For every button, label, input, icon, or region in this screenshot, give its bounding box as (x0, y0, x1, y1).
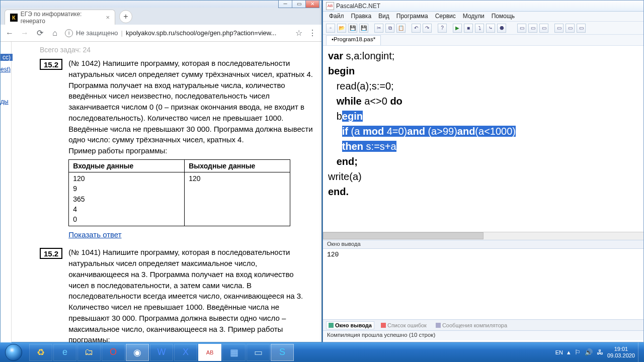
taskbar-ie-icon[interactable]: e (53, 344, 76, 361)
tab-output[interactable]: Окно вывода (326, 321, 374, 329)
tool-panel5-icon[interactable]: ▭ (566, 24, 575, 33)
tool-run-icon[interactable]: ▶ (453, 24, 462, 33)
site-info-icon[interactable]: i (65, 29, 73, 37)
pascal-menubar: Файл Правка Вид Программа Сервис Модули … (323, 12, 643, 22)
menu-view[interactable]: Вид (375, 12, 392, 21)
tray-volume-icon[interactable]: 🔊 (585, 348, 593, 356)
favicon-icon: К (10, 14, 18, 22)
page-sidebar: сс) est) ды (1, 42, 12, 343)
tray-clock[interactable]: 19:0109.03.2020 (607, 346, 635, 359)
menu-file[interactable]: Файл (326, 12, 347, 21)
output-panel: 120 (323, 249, 643, 319)
tool-stop-icon[interactable]: ■ (464, 24, 473, 33)
editor-scrollbar[interactable] (323, 232, 643, 240)
taskbar-chrome-icon[interactable]: ◉ (126, 344, 149, 361)
tab-title: ЕГЭ по информатике: генерато (21, 11, 101, 25)
tab-compiler[interactable]: Сообщения компилятора (433, 321, 510, 329)
tool-panel6-icon[interactable]: ▭ (577, 24, 586, 33)
tool-redo-icon[interactable]: ↷ (423, 24, 432, 33)
chrome-window: ─ ▭ ✕ К ЕГЭ по информатике: генерато × +… (0, 0, 322, 342)
pascal-titlebar[interactable]: AB PascalABC.NET (323, 1, 643, 12)
taskbar-app-icon[interactable]: ♻ (29, 344, 52, 361)
tool-cut-icon[interactable]: ✂ (374, 24, 383, 33)
tool-break-icon[interactable]: ⬣ (497, 24, 506, 33)
sidebar-link[interactable]: ды (1, 98, 9, 105)
chrome-toolbar: ← → ⟳ ⌂ i Не защищено | kpolyakov.spb.ru… (1, 25, 321, 42)
task-body: (№ 1041) Напишите программу, которая в п… (68, 247, 314, 343)
tool-undo-icon[interactable]: ↶ (412, 24, 421, 33)
nav-back-icon[interactable]: ← (5, 28, 15, 38)
chrome-menu-icon[interactable]: ⋮ (307, 28, 317, 38)
code-editor[interactable]: var s,a:longint; begin read(a);s:=0; whi… (323, 46, 643, 232)
system-tray: EN ▴ ⚐ 🔊 🖧 19:0109.03.2020 (552, 346, 638, 359)
tool-stepover-icon[interactable]: ⤵ (475, 24, 484, 33)
chrome-tabstrip: К ЕГЭ по информатике: генерато × + (1, 8, 321, 25)
file-tab[interactable]: •Program18.pas* (326, 35, 381, 45)
output-panel-title: Окно вывода (323, 240, 643, 249)
start-button[interactable] (0, 342, 27, 362)
taskbar-excel-icon[interactable]: X (174, 344, 197, 361)
taskbar-skype-icon[interactable]: S (271, 344, 294, 361)
chrome-min-button[interactable]: ─ (278, 0, 292, 8)
table-cell: 120936540 (69, 172, 185, 226)
tool-panel4-icon[interactable]: ▭ (554, 24, 564, 33)
menu-service[interactable]: Сервис (432, 12, 459, 21)
tab-close-icon[interactable]: × (106, 14, 110, 21)
browser-tab[interactable]: К ЕГЭ по информатике: генерато × (5, 10, 115, 25)
pascal-toolbar: ▫ 📂 💾 💾 ✂ ⧉ 📋 ↶ ↷ ? ▶ ■ ⤵ ⤷ ⬣ ▭ ▭ ▭ ▭ ▭ … (323, 22, 643, 35)
chrome-max-button[interactable]: ▭ (292, 0, 306, 8)
tool-stepin-icon[interactable]: ⤷ (486, 24, 495, 33)
pascal-title: PascalABC.NET (336, 3, 380, 10)
task-body: (№ 1042) Напишите программу, которая в п… (68, 58, 314, 145)
taskbar-opera-icon[interactable]: O (102, 344, 125, 361)
tool-help-icon[interactable]: ? (438, 24, 447, 33)
nav-reload-icon[interactable]: ⟳ (35, 28, 45, 38)
task-block: 15.2 (№ 1042) Напишите программу, котора… (40, 58, 314, 240)
taskbar-app-icon[interactable]: ▦ (222, 344, 246, 361)
tool-copy-icon[interactable]: ⧉ (385, 24, 394, 33)
table-cell: 120 (185, 172, 290, 226)
sidebar-badge: сс) (1, 54, 13, 61)
new-tab-button[interactable]: + (119, 10, 132, 23)
bottom-tabs: Окно вывода Список ошибок Сообщения комп… (323, 319, 643, 330)
tool-panel2-icon[interactable]: ▭ (528, 24, 537, 33)
chrome-close-button[interactable]: ✕ (305, 0, 319, 8)
windows-taskbar: ♻ e 🗂 O ◉ W X AB ▦ ▭ S EN ▴ ⚐ 🔊 🖧 19:010… (0, 342, 644, 362)
task-number: 15.2 (40, 248, 62, 259)
show-desktop-button[interactable] (638, 342, 644, 362)
sidebar-link[interactable]: est) (1, 66, 11, 73)
task-block: 15.2 (№ 1041) Напишите программу, котора… (40, 247, 314, 343)
tray-action-icon[interactable]: ⚐ (575, 348, 581, 356)
tray-network-icon[interactable]: 🖧 (597, 348, 603, 356)
windows-orb-icon (5, 344, 22, 361)
tool-saveall-icon[interactable]: 💾 (359, 24, 368, 33)
tray-lang[interactable]: EN (555, 349, 563, 355)
tab-errors[interactable]: Список ошибок (378, 321, 429, 329)
nav-forward-icon[interactable]: → (20, 28, 30, 38)
taskbar-explorer-icon[interactable]: 🗂 (77, 344, 101, 361)
tool-new-icon[interactable]: ▫ (326, 24, 335, 33)
tray-flag-icon[interactable]: ▴ (567, 348, 571, 356)
tool-open-icon[interactable]: 📂 (337, 24, 346, 33)
address-bar[interactable]: i Не защищено | kpolyakov.spb.ru/school/… (65, 29, 290, 37)
menu-modules[interactable]: Модули (460, 12, 488, 21)
tool-save-icon[interactable]: 💾 (348, 24, 357, 33)
url-text: kpolyakov.spb.ru/school/oge/gen.php?acti… (126, 29, 276, 37)
taskbar-app-icon[interactable]: ▭ (247, 344, 270, 361)
menu-edit[interactable]: Правка (348, 12, 375, 21)
bookmark-star-icon[interactable]: ☆ (295, 28, 302, 38)
pascal-statusbar: Компиляция прошла успешно (10 строк) (323, 330, 643, 340)
pascal-window: AB PascalABC.NET Файл Правка Вид Програм… (323, 0, 644, 342)
tool-paste-icon[interactable]: 📋 (396, 24, 406, 33)
taskbar-pascal-icon[interactable]: AB (198, 344, 221, 361)
menu-help[interactable]: Помощь (489, 12, 518, 21)
nav-home-icon[interactable]: ⌂ (50, 28, 60, 38)
show-answer-link[interactable]: Показать ответ (68, 229, 121, 240)
tool-panel3-icon[interactable]: ▭ (539, 24, 548, 33)
taskbar-word-icon[interactable]: W (150, 344, 173, 361)
page-content: сс) est) ды Всего задач: 24 15.2 (№ 1042… (1, 42, 321, 343)
chrome-titlebar[interactable]: ─ ▭ ✕ (1, 1, 321, 8)
tool-panel1-icon[interactable]: ▭ (517, 24, 526, 33)
menu-program[interactable]: Программа (393, 12, 431, 21)
pascal-app-icon: AB (326, 2, 334, 10)
